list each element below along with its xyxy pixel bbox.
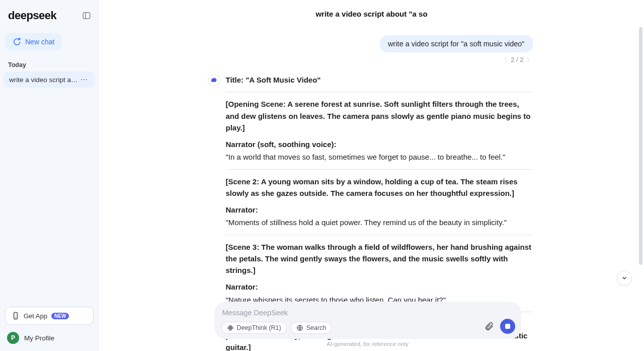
divider (226, 169, 533, 170)
pager-next-button[interactable]: 〉 (527, 55, 533, 64)
divider (226, 92, 533, 92)
scrollbar[interactable] (637, 27, 644, 265)
new-chat-label: New chat (25, 38, 54, 46)
composer-tools: DeepThink (R1) Search (221, 322, 514, 334)
sidebar-header: deepseek (0, 0, 99, 29)
main-header: write a video script about "a so (99, 0, 644, 27)
main: write a video script about "a so write a… (99, 0, 644, 351)
disclaimer: AI-generated, for reference only (327, 341, 408, 347)
scene-3: [Scene 3: The woman walks through a fiel… (226, 241, 533, 276)
deepthink-label: DeepThink (R1) (237, 324, 281, 331)
collapse-sidebar-button[interactable] (82, 11, 92, 21)
deepthink-toggle[interactable]: DeepThink (R1) (221, 322, 287, 334)
sidebar-chat-item[interactable]: write a video script about "a so ⋯ (4, 72, 95, 88)
user-message: write a video script for "a soft music v… (380, 35, 532, 52)
whale-icon (210, 76, 218, 84)
get-app-label: Get App (24, 312, 47, 320)
scroll-to-bottom-button[interactable] (617, 270, 632, 286)
stop-icon (505, 324, 510, 329)
user-message-row: write a video script for "a soft music v… (226, 35, 533, 52)
sidebar: deepseek New chat Today write a video sc… (0, 0, 99, 351)
phone-icon (12, 312, 20, 320)
message-input[interactable] (221, 307, 514, 322)
script-title: Title: "A Soft Music Video" (226, 74, 533, 86)
svg-point-2 (229, 327, 230, 328)
svg-rect-0 (83, 13, 90, 19)
globe-icon (296, 324, 303, 331)
pager-text: 2 / 2 (511, 56, 523, 63)
scene-1: [Opening Scene: A serene forest at sunri… (226, 98, 533, 133)
profile-button[interactable]: P My Profile (7, 332, 94, 344)
narrator-2-line: "Moments of stillness hold a quiet power… (226, 217, 533, 228)
narrator-1-line: "In a world that moves so fast, sometime… (226, 151, 533, 163)
narrator-1-label: Narrator (soft, soothing voice): (226, 138, 533, 150)
stop-button[interactable] (500, 319, 515, 334)
atom-icon (227, 324, 234, 331)
attach-button[interactable] (483, 320, 495, 332)
new-chat-icon (12, 37, 21, 46)
scene-2: [Scene 2: A young woman sits by a window… (226, 176, 533, 199)
search-label: Search (306, 324, 327, 331)
narrator-3-label: Narrator: (226, 281, 533, 293)
svg-rect-1 (14, 312, 18, 319)
pager-prev-button[interactable]: 〈 (502, 55, 508, 64)
get-app-button[interactable]: Get App NEW (5, 307, 94, 325)
panel-collapse-icon (82, 11, 91, 20)
chevron-down-icon (621, 274, 628, 282)
new-chat-button[interactable]: New chat (5, 33, 61, 50)
section-today-label: Today (0, 59, 99, 72)
composer-wrap: DeepThink (R1) Search AI-generated, for … (99, 302, 636, 347)
narrator-2-label: Narrator: (226, 204, 533, 216)
divider (226, 235, 533, 235)
page-title: write a video script about "a so (315, 10, 427, 18)
assistant-icon (208, 74, 220, 86)
composer: DeepThink (R1) Search (214, 302, 521, 339)
paperclip-icon (484, 321, 494, 331)
avatar: P (7, 332, 19, 344)
profile-label: My Profile (24, 334, 54, 342)
sidebar-chat-item-text: write a video script about "a so (9, 76, 78, 84)
search-toggle[interactable]: Search (291, 322, 332, 334)
scrollbar-thumb[interactable] (639, 27, 642, 265)
logo: deepseek (8, 9, 56, 22)
chat-item-more-button[interactable]: ⋯ (78, 76, 90, 84)
message-pager: 〈 2 / 2 〉 (226, 55, 533, 64)
new-badge: NEW (51, 313, 69, 319)
